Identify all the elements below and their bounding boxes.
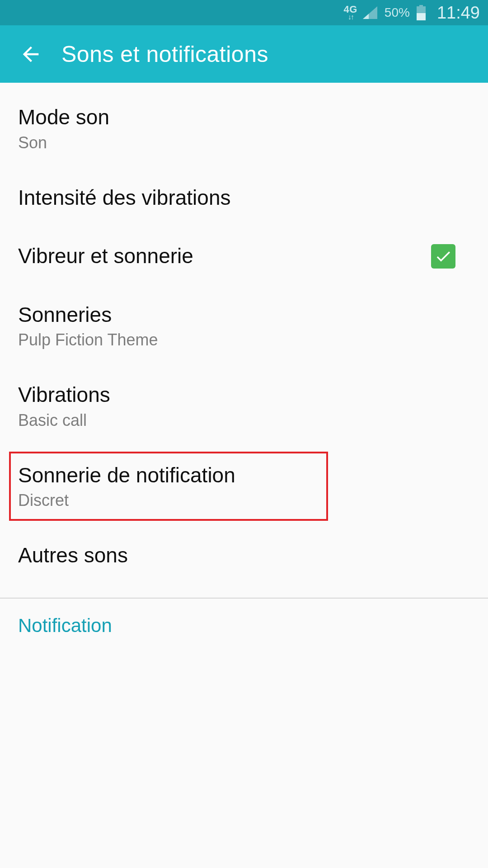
setting-title: Mode son: [18, 104, 470, 131]
status-clock: 11:49: [437, 3, 480, 23]
setting-mode-son[interactable]: Mode son Son: [0, 88, 488, 169]
status-bar: 4G ↓↑ 50% 11:49: [0, 0, 488, 25]
app-bar: Sons et notifications: [0, 25, 488, 83]
setting-title: Sonnerie de notification: [18, 462, 470, 489]
setting-intensite-vibrations[interactable]: Intensité des vibrations: [0, 169, 488, 227]
network-arrows-icon: ↓↑: [348, 14, 353, 21]
setting-title: Intensité des vibrations: [18, 185, 470, 211]
settings-list: Mode son Son Intensité des vibrations Vi…: [0, 83, 488, 653]
back-button[interactable]: [17, 41, 44, 68]
setting-sonnerie-notification[interactable]: Sonnerie de notification Discret: [0, 446, 488, 527]
setting-subtitle: Basic call: [18, 411, 470, 430]
setting-sonneries[interactable]: Sonneries Pulp Fiction Theme: [0, 286, 488, 366]
svg-rect-2: [419, 5, 423, 6]
setting-title: Vibreur et sonnerie: [18, 243, 431, 269]
battery-icon: [416, 5, 426, 20]
section-header-notification: Notification: [0, 599, 488, 653]
checkbox-vibreur-sonnerie[interactable]: [431, 244, 455, 269]
setting-subtitle: Son: [18, 133, 470, 152]
setting-autres-sons[interactable]: Autres sons: [0, 526, 488, 585]
svg-marker-1: [363, 14, 369, 19]
setting-title: Sonneries: [18, 302, 470, 328]
setting-subtitle: Discret: [18, 491, 470, 510]
setting-vibreur-sonnerie[interactable]: Vibreur et sonnerie: [0, 227, 488, 286]
network-4g-icon: 4G ↓↑: [344, 5, 357, 21]
setting-title: Autres sons: [18, 542, 470, 569]
setting-subtitle: Pulp Fiction Theme: [18, 330, 470, 349]
signal-icon: [363, 6, 377, 19]
page-title: Sons et notifications: [61, 41, 268, 67]
svg-rect-4: [417, 13, 426, 20]
setting-title: Vibrations: [18, 382, 470, 408]
back-arrow-icon: [19, 42, 42, 66]
battery-percentage: 50%: [385, 5, 410, 20]
setting-vibrations[interactable]: Vibrations Basic call: [0, 366, 488, 446]
checkmark-icon: [434, 247, 452, 265]
